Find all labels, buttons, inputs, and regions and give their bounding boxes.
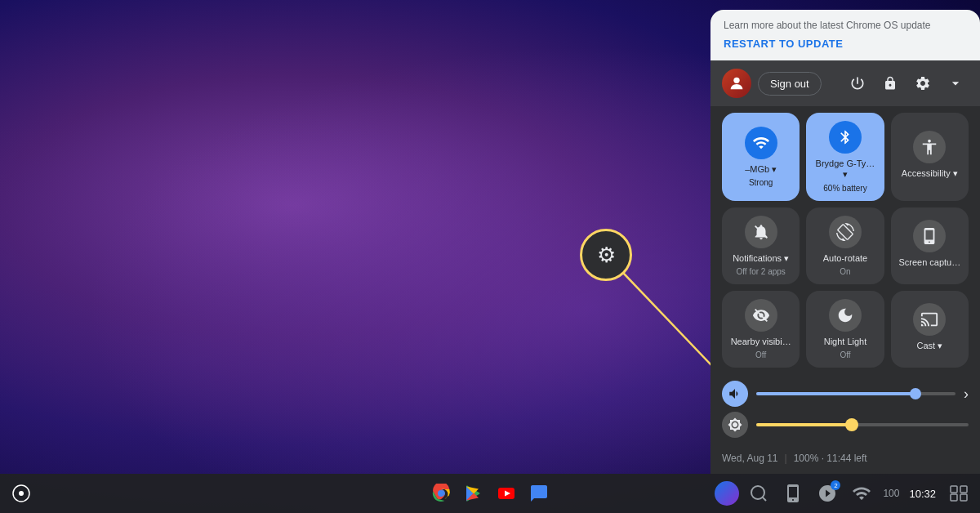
taskbar-updates-icon[interactable]: 2 (813, 479, 842, 508)
launcher-button[interactable] (7, 479, 36, 508)
accessibility-tile[interactable]: Accessibility ▾ (891, 113, 969, 200)
svg-rect-11 (951, 486, 957, 493)
volume-thumb (910, 388, 921, 399)
volume-fill (756, 392, 915, 395)
bluetooth-tile-label: Brydge G-Ty… ▾ (813, 158, 877, 180)
brightness-fill (756, 423, 852, 426)
cast-tile-icon (913, 303, 946, 336)
brightness-thumb (845, 418, 858, 431)
bluetooth-tile-sub: 60% battery (823, 184, 866, 193)
taskbar-youtube[interactable] (492, 479, 521, 508)
svg-point-5 (19, 491, 24, 496)
notifications-tile[interactable]: Notifications ▾ Off for 2 apps (722, 207, 800, 284)
wifi-tile-icon (745, 127, 777, 159)
auto-rotate-tile-sub: On (840, 267, 850, 276)
brightness-icon[interactable] (722, 412, 748, 438)
taskbar-chrome[interactable] (426, 479, 456, 508)
collapse-button[interactable] (942, 70, 969, 96)
brightness-track[interactable] (756, 423, 969, 426)
svg-rect-13 (951, 494, 957, 501)
cast-tile-label: Cast ▾ (916, 341, 942, 351)
nearby-tile-label: Nearby visibi… (731, 337, 791, 347)
screen-capture-tile-icon (913, 220, 946, 252)
taskbar-right: 2 100 10:32 (715, 479, 973, 508)
volume-expand-icon[interactable]: › (964, 386, 969, 403)
qs-sliders: › (710, 374, 980, 446)
night-light-tile-icon (829, 299, 862, 332)
update-text: Learn more about the latest Chrome OS up… (724, 20, 967, 31)
accessibility-tile-icon (913, 131, 946, 163)
night-light-tile[interactable]: Night Light Off (806, 291, 884, 368)
desktop-gear-icon[interactable]: ⚙ (580, 229, 632, 281)
wifi-tile[interactable]: –MGb ▾ Strong (722, 113, 800, 200)
taskbar-messages[interactable] (524, 479, 554, 508)
svg-point-1 (733, 78, 739, 83)
footer-divider: | (785, 453, 787, 464)
night-light-tile-label: Night Light (824, 337, 867, 347)
desktop: ⚙ Learn more about the latest Chrome OS … (0, 0, 980, 513)
qs-header: Sign out (710, 60, 980, 106)
svg-point-7 (438, 490, 444, 497)
nearby-tile-icon (745, 299, 777, 332)
bluetooth-tile[interactable]: Brydge G-Ty… ▾ 60% battery (806, 113, 884, 200)
notifications-tile-icon (745, 216, 777, 248)
quick-settings-panel: Learn more about the latest Chrome OS up… (710, 10, 980, 474)
qs-footer: Wed, Aug 11 | 100% · 11:44 left (710, 446, 980, 474)
wifi-tile-label: –MGb ▾ (745, 164, 777, 175)
taskbar-play-store[interactable] (459, 479, 488, 508)
update-banner: Learn more about the latest Chrome OS up… (710, 10, 980, 60)
avatar (722, 69, 751, 98)
night-light-tile-sub: Off (840, 350, 850, 359)
power-button[interactable] (844, 70, 871, 96)
qs-tiles-grid: –MGb ▾ Strong Brydge G-Ty… ▾ 60% battery (710, 106, 980, 374)
settings-button[interactable] (910, 70, 936, 96)
auto-rotate-tile[interactable]: Auto-rotate On (806, 207, 884, 284)
nearby-tile[interactable]: Nearby visibi… Off (722, 291, 800, 368)
taskbar-wifi-icon[interactable] (847, 479, 876, 508)
nearby-tile-sub: Off (755, 350, 766, 359)
taskbar-phone-icon[interactable] (778, 479, 808, 508)
volume-icon[interactable] (722, 381, 748, 407)
lock-button[interactable] (877, 70, 903, 96)
auto-rotate-tile-icon (829, 216, 862, 248)
taskbar-overview-icon[interactable] (944, 479, 973, 508)
cast-tile[interactable]: Cast ▾ (891, 291, 969, 368)
taskbar-clock[interactable]: 10:32 (906, 488, 939, 500)
taskbar-profile-icon[interactable] (715, 481, 739, 506)
volume-slider-row: › (722, 381, 969, 407)
notifications-tile-sub: Off for 2 apps (736, 267, 785, 276)
wifi-tile-sub: Strong (749, 178, 773, 187)
brightness-slider-row (722, 412, 969, 438)
taskbar: 2 100 10:32 (0, 474, 980, 513)
notifications-tile-label: Notifications ▾ (733, 253, 789, 264)
screen-capture-tile-label: Screen captu… (898, 257, 960, 268)
bluetooth-tile-icon (829, 121, 862, 154)
svg-point-10 (751, 486, 764, 499)
taskbar-battery-text: 100 (881, 479, 901, 508)
svg-rect-12 (960, 486, 967, 493)
accessibility-tile-label: Accessibility ▾ (902, 168, 958, 179)
footer-date: Wed, Aug 11 (722, 453, 778, 464)
taskbar-assistant-icon[interactable] (744, 479, 773, 508)
sign-out-button[interactable]: Sign out (758, 72, 822, 96)
restart-to-update-button[interactable]: RESTART TO UPDATE (724, 38, 843, 50)
svg-rect-14 (960, 494, 967, 501)
taskbar-left (7, 479, 36, 508)
footer-battery: 100% · 11:44 left (794, 453, 867, 464)
auto-rotate-tile-label: Auto-rotate (823, 253, 867, 264)
screen-capture-tile[interactable]: Screen captu… (891, 207, 969, 284)
taskbar-center (426, 479, 554, 508)
volume-track[interactable] (756, 392, 956, 395)
